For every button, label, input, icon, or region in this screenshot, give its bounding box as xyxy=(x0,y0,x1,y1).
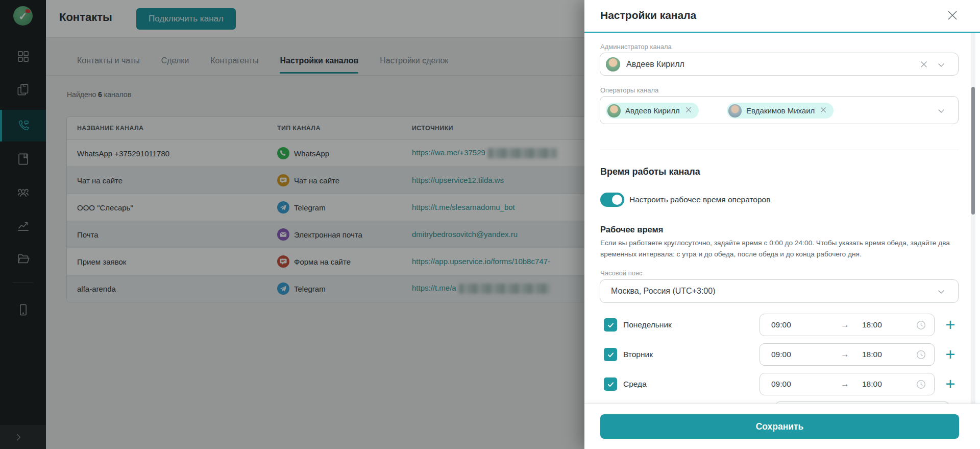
close-panel-button[interactable] xyxy=(945,8,960,23)
operators-label: Операторы канала xyxy=(600,86,658,94)
time-from[interactable]: 09:00 xyxy=(771,314,791,336)
timezone-select[interactable]: Москва, Россия (UTC+3:00) xyxy=(600,279,959,303)
work-hours-toggle[interactable] xyxy=(600,193,624,207)
save-button[interactable]: Сохранить xyxy=(600,414,959,439)
day-checkbox[interactable] xyxy=(604,348,617,361)
add-interval-button[interactable]: + xyxy=(942,373,959,395)
modal-dim-overlay[interactable] xyxy=(0,0,584,449)
panel-title: Настройки канала xyxy=(600,9,696,21)
add-interval-button[interactable]: + xyxy=(942,314,959,336)
time-from[interactable]: 09:00 xyxy=(771,373,791,395)
add-interval-button[interactable]: + xyxy=(942,343,959,366)
check-icon xyxy=(607,321,615,329)
chevron-down-icon[interactable] xyxy=(937,60,946,72)
close-icon xyxy=(946,9,959,22)
time-range-input[interactable]: 09:00 → 18:00 xyxy=(760,314,935,336)
clock-icon xyxy=(916,380,926,389)
panel-scrollbar[interactable] xyxy=(971,33,975,449)
arrow-right-icon: → xyxy=(841,344,849,365)
operator-name: Евдакимов Михаил xyxy=(746,106,815,115)
operator-chip[interactable]: Авдеев Кирилл xyxy=(606,103,699,119)
remove-chip-icon[interactable] xyxy=(684,106,693,116)
day-row-wednesday: Среда 09:00 → 18:00 + xyxy=(584,373,980,395)
time-range-input[interactable]: 09:00 → 18:00 xyxy=(760,343,935,366)
arrow-right-icon: → xyxy=(841,314,849,336)
time-from[interactable]: 09:00 xyxy=(771,344,791,365)
day-checkbox[interactable] xyxy=(604,377,617,391)
timezone-label: Часовой пояс xyxy=(600,269,642,277)
avatar xyxy=(606,57,620,72)
admin-label: Администратор канала xyxy=(600,43,672,51)
time-to[interactable]: 18:00 xyxy=(862,373,882,395)
section-divider xyxy=(600,150,959,150)
avatar xyxy=(728,104,742,117)
day-checkbox[interactable] xyxy=(604,318,617,332)
check-icon xyxy=(607,351,615,359)
admin-value: Авдеев Кирилл xyxy=(626,53,684,75)
work-hours-heading: Время работы канала xyxy=(600,167,700,177)
remove-chip-icon[interactable] xyxy=(819,106,827,116)
operators-multiselect[interactable]: Авдеев Кирилл Евдакимов Михаил xyxy=(600,96,959,124)
panel-footer: Сохранить xyxy=(584,404,980,449)
day-row-monday: Понедельник 09:00 → 18:00 + xyxy=(584,314,980,336)
admin-select[interactable]: Авдеев Кирилл xyxy=(600,53,959,76)
chevron-down-icon[interactable] xyxy=(937,287,946,298)
day-label: Среда xyxy=(623,373,647,395)
day-row-tuesday: Вторник 09:00 → 18:00 + xyxy=(584,343,980,366)
arrow-right-icon: → xyxy=(841,373,849,395)
time-to[interactable]: 18:00 xyxy=(862,344,882,365)
channel-settings-panel: Настройки канала Администратор канала Ав… xyxy=(584,0,980,449)
working-time-subheading: Рабочее время xyxy=(600,225,663,234)
timezone-value: Москва, Россия (UTC+3:00) xyxy=(611,280,715,302)
scrollbar-thumb[interactable] xyxy=(971,87,975,215)
chevron-down-icon[interactable] xyxy=(937,106,946,117)
panel-header-divider xyxy=(584,32,980,33)
check-icon xyxy=(607,381,615,388)
day-label: Понедельник xyxy=(623,314,672,336)
toggle-label: Настроить рабочее время операторов xyxy=(629,193,770,207)
working-time-description: Если вы работаете круглосуточно, задайте… xyxy=(600,238,964,260)
day-label: Вторник xyxy=(623,343,653,366)
clear-icon[interactable] xyxy=(919,60,928,71)
avatar xyxy=(607,104,621,117)
clock-icon xyxy=(916,320,926,330)
operator-name: Авдеев Кирилл xyxy=(625,106,680,115)
clock-icon xyxy=(916,350,926,360)
operator-chip[interactable]: Евдакимов Михаил xyxy=(727,103,834,119)
time-range-input[interactable]: 09:00 → 18:00 xyxy=(760,373,935,395)
time-to[interactable]: 18:00 xyxy=(862,314,882,336)
